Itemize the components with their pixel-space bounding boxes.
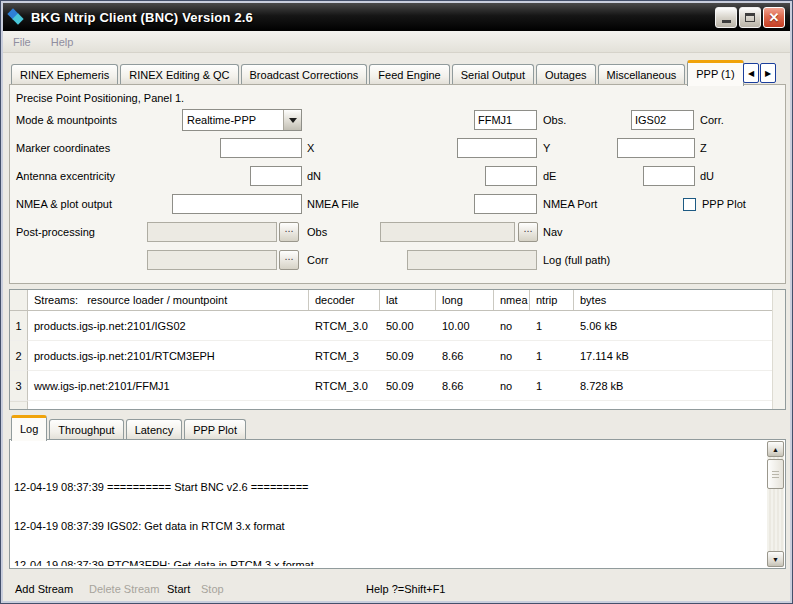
mode-mountpoints-label: Mode & mountpoints [16, 109, 117, 131]
window-title: BKG Ntrip Client (BNC) Version 2.6 [31, 10, 253, 25]
action-bar: Add Stream Delete Stream Start Stop Help… [1, 577, 792, 603]
log-line: 12-04-19 08:37:39 IGS02: Get data in RTC… [14, 520, 763, 533]
tab-log[interactable]: Log [11, 415, 47, 441]
nmea-file-field[interactable] [172, 194, 302, 214]
mode-combobox[interactable]: Realtime-PPP [182, 109, 302, 131]
menu-bar: File Help [3, 31, 790, 53]
header-mountpoint: Streams: resource loader / mountpoint [28, 290, 309, 310]
post-processing-label: Post-processing [16, 221, 95, 243]
streams-table: Streams: resource loader / mountpoint de… [9, 289, 786, 410]
header-decoder: decoder [309, 290, 380, 310]
post-nav-browse-button[interactable]: ... [518, 222, 538, 242]
title-bar[interactable]: BKG Ntrip Client (BNC) Version 2.6 ✕ [3, 3, 790, 31]
tab-outages[interactable]: Outages [536, 64, 596, 85]
minimize-button[interactable] [715, 7, 737, 28]
antenna-du-field[interactable] [643, 166, 695, 186]
post-corr-browse-button[interactable]: ... [279, 250, 299, 270]
tab-ppp-1[interactable]: PPP (1) [687, 60, 743, 86]
chevron-down-icon [289, 118, 297, 123]
scroll-up-icon: ▲ [772, 446, 779, 453]
tab-rinex-editing-qc[interactable]: RINEX Editing & QC [120, 64, 238, 85]
close-icon: ✕ [769, 11, 780, 24]
add-stream-button[interactable]: Add Stream [15, 583, 73, 595]
tab-serial-output[interactable]: Serial Output [452, 64, 534, 85]
table-scrollbar-track[interactable] [772, 290, 785, 409]
nmea-port-label: NMEA Port [543, 193, 597, 215]
tab-ppp-plot[interactable]: PPP Plot [184, 419, 246, 440]
cell-ntrip: 1 [530, 341, 574, 371]
post-log-label: Log (full path) [543, 249, 610, 271]
post-corr-label: Corr [307, 249, 328, 271]
du-label: dU [700, 165, 714, 187]
cell-ntrip: 1 [530, 371, 574, 401]
stream-row-3[interactable]: 3 www.igs-ip.net:2101/FFMJ1 RTCM_3.0 50.… [10, 371, 785, 401]
dn-label: dN [307, 165, 321, 187]
cell-nmea: no [494, 371, 530, 401]
delete-stream-button[interactable]: Delete Stream [89, 583, 159, 595]
cell-long: 8.66 [436, 341, 494, 371]
nmea-port-field[interactable] [474, 194, 537, 214]
menu-help[interactable]: Help [41, 34, 84, 50]
start-button[interactable]: Start [167, 583, 190, 595]
nmea-file-label: NMEA File [307, 193, 359, 215]
corr-label: Corr. [700, 109, 724, 131]
tab-broadcast-corrections[interactable]: Broadcast Corrections [241, 64, 368, 85]
menu-file[interactable]: File [3, 34, 41, 50]
log-text: 12-04-19 08:37:39 ========== Start BNC v… [14, 455, 763, 566]
log-output[interactable]: 12-04-19 08:37:39 ========== Start BNC v… [9, 439, 786, 569]
cell-ntrip: 1 [530, 311, 574, 341]
row-number[interactable]: 2 [10, 341, 28, 371]
tab-feed-engine[interactable]: Feed Engine [369, 64, 449, 85]
scrollbar-thumb[interactable] [767, 459, 784, 489]
tab-throughput[interactable]: Throughput [49, 419, 123, 440]
post-nav-field[interactable] [380, 222, 515, 242]
stream-row-2[interactable]: 2 products.igs-ip.net:2101/RTCM3EPH RTCM… [10, 341, 785, 371]
obs-mountpoint-field[interactable] [474, 110, 537, 130]
cell-mountpoint: products.igs-ip.net:2101/RTCM3EPH [28, 341, 309, 371]
cell-mountpoint: www.igs-ip.net:2101/FFMJ1 [28, 371, 309, 401]
header-bytes: bytes [574, 290, 785, 310]
de-label: dE [543, 165, 556, 187]
app-window: BKG Ntrip Client (BNC) Version 2.6 ✕ Fil… [0, 0, 793, 604]
scroll-down-button[interactable]: ▼ [767, 551, 784, 567]
main-tab-bar: RINEX Ephemeris RINEX Editing & QC Broad… [11, 59, 746, 85]
tab-miscellaneous[interactable]: Miscellaneous [598, 64, 686, 85]
tab-scroll-left-button[interactable]: ◀ [743, 63, 759, 83]
cell-long: 8.66 [436, 371, 494, 401]
tab-scroll-right-button[interactable]: ▶ [760, 63, 776, 83]
combobox-dropdown-button[interactable] [283, 110, 301, 130]
cell-decoder: RTCM_3.0 [309, 371, 380, 401]
log-scrollbar[interactable]: ▲ ▼ [767, 441, 784, 567]
antenna-de-field[interactable] [485, 166, 537, 186]
post-corr-field[interactable] [147, 250, 277, 270]
z-label: Z [700, 137, 707, 159]
cell-bytes: 8.728 kB [574, 371, 785, 401]
cell-decoder: RTCM_3.0 [309, 311, 380, 341]
row-number[interactable]: 3 [10, 371, 28, 401]
tab-rinex-ephemeris[interactable]: RINEX Ephemeris [11, 64, 118, 85]
marker-z-field[interactable] [617, 138, 695, 158]
post-obs-field[interactable] [147, 222, 277, 242]
minimize-icon [722, 20, 731, 23]
stream-row-1[interactable]: 1 products.igs-ip.net:2101/IGS02 RTCM_3.… [10, 311, 785, 341]
cell-bytes: 17.114 kB [574, 341, 785, 371]
tab-latency[interactable]: Latency [126, 419, 183, 440]
scroll-up-button[interactable]: ▲ [767, 441, 784, 457]
maximize-button[interactable] [739, 7, 761, 28]
header-lat: lat [380, 290, 436, 310]
row-number[interactable]: 1 [10, 311, 28, 341]
log-tab-bar: Log Throughput Latency PPP Plot [11, 414, 248, 440]
marker-y-field[interactable] [457, 138, 537, 158]
antenna-dn-field[interactable] [250, 166, 302, 186]
corr-mountpoint-field[interactable] [631, 110, 694, 130]
post-obs-label: Obs [307, 221, 327, 243]
ppp-plot-checkbox[interactable] [683, 198, 696, 211]
post-obs-browse-button[interactable]: ... [279, 222, 299, 242]
post-log-field[interactable] [407, 250, 537, 270]
stop-button[interactable]: Stop [201, 583, 224, 595]
close-button[interactable]: ✕ [763, 7, 785, 28]
marker-x-field[interactable] [220, 138, 302, 158]
ppp-panel: Precise Point Positioning, Panel 1. Mode… [9, 84, 786, 284]
cell-lat: 50.00 [380, 311, 436, 341]
streams-table-header: Streams: resource loader / mountpoint de… [10, 290, 785, 311]
